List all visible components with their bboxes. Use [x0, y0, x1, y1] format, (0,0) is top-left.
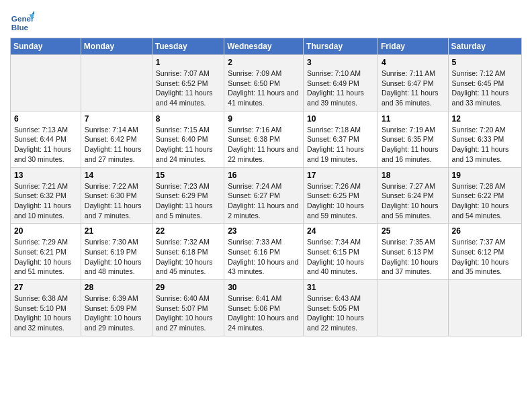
calendar-week-row: 27Sunrise: 6:38 AM Sunset: 5:10 PM Dayli…	[11, 280, 522, 336]
day-info: Sunrise: 7:35 AM Sunset: 6:13 PM Dayligh…	[382, 237, 445, 277]
day-number: 29	[156, 283, 220, 292]
day-info: Sunrise: 7:28 AM Sunset: 6:22 PM Dayligh…	[452, 181, 518, 221]
day-info: Sunrise: 7:10 AM Sunset: 6:49 PM Dayligh…	[307, 68, 374, 108]
day-info: Sunrise: 7:23 AM Sunset: 6:29 PM Dayligh…	[156, 181, 220, 221]
header-friday: Friday	[378, 38, 448, 55]
calendar-cell: 21Sunrise: 7:30 AM Sunset: 6:19 PM Dayli…	[81, 224, 152, 280]
calendar-cell: 19Sunrise: 7:28 AM Sunset: 6:22 PM Dayli…	[448, 167, 521, 224]
day-number: 13	[14, 171, 77, 180]
day-number: 31	[307, 283, 374, 292]
calendar-cell: 1Sunrise: 7:07 AM Sunset: 6:52 PM Daylig…	[152, 55, 224, 111]
day-number: 18	[382, 171, 445, 180]
calendar-cell: 22Sunrise: 7:32 AM Sunset: 6:18 PM Dayli…	[152, 224, 224, 280]
day-info: Sunrise: 7:22 AM Sunset: 6:30 PM Dayligh…	[85, 181, 148, 221]
calendar-cell: 5Sunrise: 7:12 AM Sunset: 6:45 PM Daylig…	[448, 55, 521, 111]
day-info: Sunrise: 7:37 AM Sunset: 6:12 PM Dayligh…	[452, 237, 518, 277]
day-info: Sunrise: 7:33 AM Sunset: 6:16 PM Dayligh…	[228, 237, 300, 277]
calendar-cell: 27Sunrise: 6:38 AM Sunset: 5:10 PM Dayli…	[11, 280, 81, 336]
day-info: Sunrise: 7:29 AM Sunset: 6:21 PM Dayligh…	[14, 237, 77, 277]
day-number: 12	[452, 114, 518, 124]
day-number: 21	[85, 226, 148, 236]
day-number: 9	[228, 114, 300, 124]
day-number: 5	[452, 58, 518, 67]
day-number: 24	[307, 226, 374, 236]
day-number: 15	[156, 171, 220, 180]
day-info: Sunrise: 6:40 AM Sunset: 5:07 PM Dayligh…	[156, 293, 220, 333]
calendar-cell: 7Sunrise: 7:14 AM Sunset: 6:42 PM Daylig…	[81, 111, 152, 167]
day-info: Sunrise: 6:41 AM Sunset: 5:06 PM Dayligh…	[228, 293, 300, 333]
calendar-table: SundayMondayTuesdayWednesdayThursdayFrid…	[10, 38, 522, 336]
calendar-cell: 29Sunrise: 6:40 AM Sunset: 5:07 PM Dayli…	[152, 280, 224, 336]
day-number: 20	[14, 226, 77, 236]
svg-marker-3	[32, 11, 34, 14]
day-number: 10	[307, 114, 374, 124]
day-info: Sunrise: 7:21 AM Sunset: 6:32 PM Dayligh…	[14, 181, 77, 221]
day-info: Sunrise: 7:12 AM Sunset: 6:45 PM Dayligh…	[452, 68, 518, 108]
header-monday: Monday	[81, 38, 152, 55]
day-number: 26	[452, 226, 518, 236]
day-info: Sunrise: 7:27 AM Sunset: 6:24 PM Dayligh…	[382, 181, 445, 221]
day-number: 6	[14, 114, 77, 124]
day-info: Sunrise: 7:16 AM Sunset: 6:38 PM Dayligh…	[228, 125, 300, 165]
calendar-cell: 24Sunrise: 7:34 AM Sunset: 6:15 PM Dayli…	[304, 224, 378, 280]
day-info: Sunrise: 7:32 AM Sunset: 6:18 PM Dayligh…	[156, 237, 220, 277]
page-header: General Blue	[10, 7, 522, 34]
day-number: 3	[307, 58, 374, 67]
calendar-cell: 8Sunrise: 7:15 AM Sunset: 6:40 PM Daylig…	[152, 111, 224, 167]
day-info: Sunrise: 7:26 AM Sunset: 6:25 PM Dayligh…	[307, 181, 374, 221]
calendar-cell: 31Sunrise: 6:43 AM Sunset: 5:05 PM Dayli…	[304, 280, 378, 336]
calendar-week-row: 1Sunrise: 7:07 AM Sunset: 6:52 PM Daylig…	[11, 55, 522, 111]
day-info: Sunrise: 7:30 AM Sunset: 6:19 PM Dayligh…	[85, 237, 148, 277]
day-number: 19	[452, 171, 518, 180]
day-number: 23	[228, 226, 300, 236]
day-number: 2	[228, 58, 300, 67]
calendar-cell: 23Sunrise: 7:33 AM Sunset: 6:16 PM Dayli…	[224, 224, 304, 280]
day-number: 17	[307, 171, 374, 180]
calendar-cell	[378, 280, 448, 336]
logo: General Blue	[10, 9, 37, 34]
calendar-cell: 25Sunrise: 7:35 AM Sunset: 6:13 PM Dayli…	[378, 224, 448, 280]
day-info: Sunrise: 7:34 AM Sunset: 6:15 PM Dayligh…	[307, 237, 374, 277]
calendar-cell	[81, 55, 152, 111]
calendar-cell: 28Sunrise: 6:39 AM Sunset: 5:09 PM Dayli…	[81, 280, 152, 336]
calendar-week-row: 20Sunrise: 7:29 AM Sunset: 6:21 PM Dayli…	[11, 224, 522, 280]
day-info: Sunrise: 7:14 AM Sunset: 6:42 PM Dayligh…	[85, 125, 148, 165]
calendar-cell: 17Sunrise: 7:26 AM Sunset: 6:25 PM Dayli…	[304, 167, 378, 224]
day-info: Sunrise: 7:13 AM Sunset: 6:44 PM Dayligh…	[14, 125, 77, 165]
calendar-cell: 10Sunrise: 7:18 AM Sunset: 6:37 PM Dayli…	[304, 111, 378, 167]
day-info: Sunrise: 7:19 AM Sunset: 6:35 PM Dayligh…	[382, 125, 445, 165]
calendar-cell: 30Sunrise: 6:41 AM Sunset: 5:06 PM Dayli…	[224, 280, 304, 336]
day-info: Sunrise: 7:07 AM Sunset: 6:52 PM Dayligh…	[156, 68, 220, 108]
calendar-cell: 26Sunrise: 7:37 AM Sunset: 6:12 PM Dayli…	[448, 224, 521, 280]
header-sunday: Sunday	[11, 38, 81, 55]
day-info: Sunrise: 7:15 AM Sunset: 6:40 PM Dayligh…	[156, 125, 220, 165]
calendar-cell: 12Sunrise: 7:20 AM Sunset: 6:33 PM Dayli…	[448, 111, 521, 167]
calendar-cell	[11, 55, 81, 111]
calendar-cell: 20Sunrise: 7:29 AM Sunset: 6:21 PM Dayli…	[11, 224, 81, 280]
calendar-cell: 13Sunrise: 7:21 AM Sunset: 6:32 PM Dayli…	[11, 167, 81, 224]
calendar-cell: 16Sunrise: 7:24 AM Sunset: 6:27 PM Dayli…	[224, 167, 304, 224]
day-info: Sunrise: 7:20 AM Sunset: 6:33 PM Dayligh…	[452, 125, 518, 165]
day-number: 22	[156, 226, 220, 236]
day-number: 16	[228, 171, 300, 180]
day-info: Sunrise: 6:39 AM Sunset: 5:09 PM Dayligh…	[85, 293, 148, 333]
calendar-cell	[448, 280, 521, 336]
day-number: 1	[156, 58, 220, 67]
logo-icon: General Blue	[10, 9, 34, 34]
day-info: Sunrise: 7:24 AM Sunset: 6:27 PM Dayligh…	[228, 181, 300, 221]
calendar-cell: 9Sunrise: 7:16 AM Sunset: 6:38 PM Daylig…	[224, 111, 304, 167]
day-number: 28	[85, 283, 148, 292]
header-wednesday: Wednesday	[224, 38, 304, 55]
calendar-cell: 15Sunrise: 7:23 AM Sunset: 6:29 PM Dayli…	[152, 167, 224, 224]
day-number: 11	[382, 114, 445, 124]
day-info: Sunrise: 7:18 AM Sunset: 6:37 PM Dayligh…	[307, 125, 374, 165]
day-number: 30	[228, 283, 300, 292]
calendar-cell: 18Sunrise: 7:27 AM Sunset: 6:24 PM Dayli…	[378, 167, 448, 224]
calendar-cell: 4Sunrise: 7:11 AM Sunset: 6:47 PM Daylig…	[378, 55, 448, 111]
calendar-header-row: SundayMondayTuesdayWednesdayThursdayFrid…	[11, 38, 522, 55]
day-info: Sunrise: 7:09 AM Sunset: 6:50 PM Dayligh…	[228, 68, 300, 108]
calendar-cell: 2Sunrise: 7:09 AM Sunset: 6:50 PM Daylig…	[224, 55, 304, 111]
day-number: 14	[85, 171, 148, 180]
calendar-cell: 11Sunrise: 7:19 AM Sunset: 6:35 PM Dayli…	[378, 111, 448, 167]
day-number: 27	[14, 283, 77, 292]
